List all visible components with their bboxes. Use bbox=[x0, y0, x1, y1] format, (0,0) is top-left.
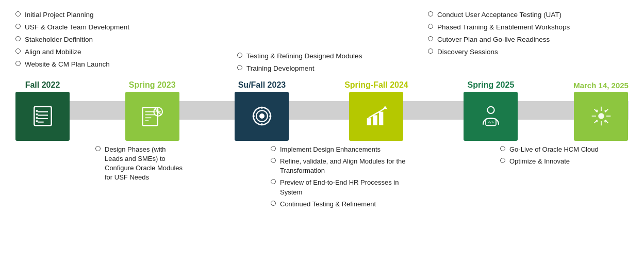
bullet-text: Continued Testing & Refinement bbox=[280, 200, 376, 209]
list-item: USF & Oracle Team Development bbox=[15, 23, 227, 32]
bullet-text: Training Development bbox=[246, 64, 315, 74]
milestone-box bbox=[574, 92, 628, 141]
bullet-text: Phased Training & Enablement Workshops bbox=[437, 23, 570, 32]
bullet-icon bbox=[500, 146, 505, 151]
bottom-col-6: Go-Live of Oracle HCM Cloud Optimize & I… bbox=[500, 145, 629, 211]
list-item: Cutover Plan and Go-live Readiness bbox=[428, 35, 629, 45]
milestone-march-2025: March 14, 2025 bbox=[573, 81, 629, 141]
bottom-section: Design Phases (with Leads and SMEs) to C… bbox=[15, 145, 629, 211]
top-right-bullets: Conduct User Acceptance Testing (UAT) Ph… bbox=[428, 10, 629, 76]
bottom-col-4: Implement Design Enhancements Refine, va… bbox=[271, 145, 418, 211]
bullet-icon bbox=[15, 36, 21, 41]
bullet-text: Preview of End-to-End HR Processes in Sy… bbox=[280, 178, 418, 197]
milestone-fall-2022: Fall 2022 bbox=[15, 80, 70, 141]
bottom-col-2: Design Phases (with Leads and SMEs) to C… bbox=[95, 145, 186, 211]
milestone-box bbox=[125, 92, 179, 141]
list-item: Align and Mobilize bbox=[15, 47, 227, 57]
list-item: Discovery Sessions bbox=[428, 47, 629, 57]
bullet-text: Conduct User Acceptance Testing (UAT) bbox=[437, 10, 562, 20]
svg-point-41 bbox=[596, 110, 598, 112]
svg-rect-26 bbox=[373, 116, 377, 125]
svg-rect-25 bbox=[367, 118, 371, 125]
bullet-text: Go-Live of Oracle HCM Cloud bbox=[509, 145, 599, 154]
bullet-text: Optimize & Innovate bbox=[509, 157, 570, 166]
list-item: Design Phases (with Leads and SMEs) to C… bbox=[95, 145, 186, 183]
milestone-box: </> bbox=[464, 92, 518, 141]
milestone-label: Spring 2025 bbox=[468, 80, 515, 90]
svg-point-29 bbox=[487, 107, 494, 113]
bullet-icon bbox=[500, 158, 505, 163]
bottom-col-1 bbox=[15, 145, 95, 211]
blueprint-icon bbox=[139, 103, 165, 129]
bullet-icon bbox=[271, 179, 276, 184]
svg-rect-7 bbox=[36, 117, 37, 119]
bullet-icon bbox=[237, 53, 242, 58]
svg-rect-6 bbox=[36, 113, 37, 115]
list-item: Implement Design Enhancements bbox=[271, 145, 418, 154]
chart-icon bbox=[364, 103, 389, 129]
bottom-col-3 bbox=[186, 145, 271, 211]
milestone-spring-2023: Spring 2023 bbox=[125, 80, 179, 141]
svg-point-42 bbox=[604, 110, 606, 112]
bullet-icon bbox=[271, 201, 276, 206]
milestone-box bbox=[15, 92, 70, 141]
checklist-icon bbox=[30, 103, 56, 129]
list-item: Testing & Refining Designed Modules bbox=[237, 52, 428, 61]
list-item: Stakeholder Definition bbox=[15, 35, 227, 45]
bullet-icon bbox=[15, 24, 21, 29]
bullet-icon bbox=[428, 36, 433, 41]
bullet-text: Testing & Refining Designed Modules bbox=[246, 52, 362, 61]
top-section: Initial Project Planning USF & Oracle Te… bbox=[15, 10, 629, 76]
svg-rect-9 bbox=[143, 108, 158, 126]
list-item: Initial Project Planning bbox=[15, 10, 227, 20]
list-item: Conduct User Acceptance Testing (UAT) bbox=[428, 10, 629, 20]
bullet-text: Initial Project Planning bbox=[25, 10, 94, 20]
bullet-icon bbox=[271, 146, 276, 151]
milestone-label: Fall 2022 bbox=[25, 80, 60, 90]
fireworks-icon bbox=[588, 103, 614, 129]
milestones-row: Fall 2022 Spr bbox=[15, 80, 629, 141]
svg-point-20 bbox=[259, 113, 265, 119]
bullet-text: Stakeholder Definition bbox=[25, 35, 93, 45]
target-icon bbox=[249, 103, 275, 129]
svg-rect-27 bbox=[379, 112, 383, 125]
top-left-bullets: Initial Project Planning USF & Oracle Te… bbox=[15, 10, 227, 76]
bullet-icon bbox=[428, 48, 433, 54]
bullet-icon bbox=[237, 65, 242, 70]
milestone-sufall-2023: Su/Fall 2023 bbox=[235, 80, 289, 141]
milestone-spring-2025: Spring 2025 </> bbox=[464, 80, 518, 141]
svg-rect-0 bbox=[34, 107, 51, 126]
list-item: Website & CM Plan Launch bbox=[15, 60, 227, 70]
bullet-text: Align and Mobilize bbox=[25, 47, 81, 57]
bullet-text: Cutover Plan and Go-live Readiness bbox=[437, 35, 550, 45]
bullet-icon bbox=[15, 48, 21, 54]
svg-rect-8 bbox=[36, 121, 37, 122]
bullet-icon bbox=[95, 146, 101, 151]
list-item: Optimize & Innovate bbox=[500, 157, 629, 166]
bullet-text: Refine, validate, and Align Modules for … bbox=[280, 157, 418, 175]
list-item: Refine, validate, and Align Modules for … bbox=[271, 157, 418, 175]
timeline-section: Fall 2022 Spr bbox=[15, 80, 629, 141]
milestone-label: Spring 2023 bbox=[129, 80, 176, 90]
coder-icon: </> bbox=[478, 103, 504, 129]
bullet-text: Website & CM Plan Launch bbox=[25, 60, 110, 70]
milestone-springfall-2024: Spring-Fall 2024 bbox=[344, 80, 408, 141]
bullet-text: USF & Oracle Team Development bbox=[25, 23, 129, 32]
milestone-box bbox=[349, 92, 403, 141]
milestone-label: March 14, 2025 bbox=[573, 81, 629, 90]
list-item: Go-Live of Oracle HCM Cloud bbox=[500, 145, 629, 154]
svg-point-43 bbox=[596, 120, 598, 122]
main-container: Initial Project Planning USF & Oracle Te… bbox=[0, 0, 644, 277]
bullet-icon bbox=[271, 158, 276, 163]
bullet-icon bbox=[428, 24, 433, 29]
list-item: Phased Training & Enablement Workshops bbox=[428, 23, 629, 32]
svg-rect-5 bbox=[36, 110, 37, 112]
milestone-label: Su/Fall 2023 bbox=[238, 80, 286, 90]
list-item: Continued Testing & Refinement bbox=[271, 200, 418, 209]
svg-point-40 bbox=[598, 113, 604, 119]
bullet-icon bbox=[428, 11, 433, 17]
svg-point-44 bbox=[604, 120, 606, 123]
bullet-icon bbox=[15, 61, 21, 66]
list-item: Training Development bbox=[237, 64, 428, 74]
bullet-text: Implement Design Enhancements bbox=[280, 145, 381, 154]
